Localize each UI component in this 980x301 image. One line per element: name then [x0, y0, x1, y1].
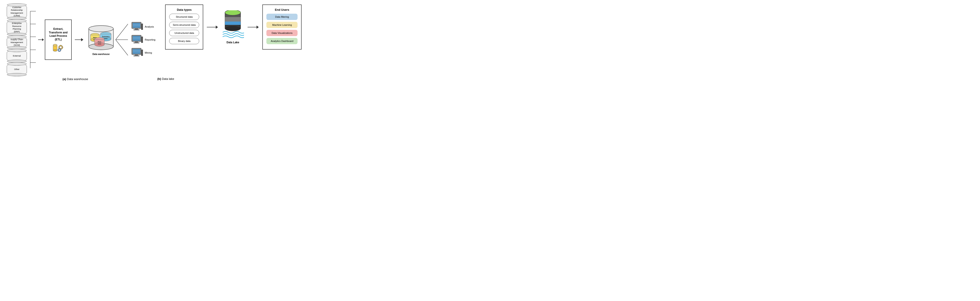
dw-label: Data warehouse — [92, 53, 110, 55]
svg-text:Raw: Raw — [98, 41, 101, 43]
data-type-binary: Binary data — [169, 38, 199, 44]
svg-rect-58 — [141, 50, 143, 56]
output-analysis-label: Analysis — [145, 26, 154, 28]
source-scm-label: Supply Chain Management (SCM) — [11, 38, 23, 46]
output-mining-label: Mining — [145, 51, 152, 54]
svg-rect-13 — [59, 46, 59, 48]
source-scm: Supply Chain Management (SCM) — [7, 37, 27, 48]
diagram-a-content: Customer Relationship Management (CRM) E… — [7, 5, 156, 75]
source-connectors — [29, 5, 36, 74]
svg-point-7 — [53, 44, 57, 46]
source-crm: Customer Relationship Management (CRM) — [7, 5, 27, 19]
svg-rect-14 — [62, 46, 63, 48]
computer-icon-reporting — [131, 35, 143, 45]
caption-b: (b) Data lake — [148, 77, 307, 80]
diagram-a: Customer Relationship Management (CRM) E… — [7, 5, 156, 75]
svg-point-16 — [59, 49, 60, 51]
captions-row: (a) Data warehouse (b) Data lake — [7, 77, 307, 81]
caption-a: (a) Data warehouse — [7, 77, 144, 81]
svg-rect-49 — [135, 42, 138, 42]
svg-point-18 — [89, 26, 113, 32]
svg-rect-50 — [134, 42, 139, 43]
svg-text:Summary: Summary — [102, 35, 110, 37]
etl-dw-arrow — [75, 38, 83, 41]
data-type-semi: Semi-structured data — [169, 22, 199, 28]
svg-line-37 — [116, 40, 128, 55]
sources-column: Customer Relationship Management (CRM) E… — [7, 5, 27, 75]
svg-point-10 — [60, 46, 62, 48]
source-crm-label: Customer Relationship Management (CRM) — [11, 6, 23, 17]
diagram-b-content: Data types Structured data Semi-structur… — [165, 5, 302, 50]
data-lake-label: Data Lake — [226, 41, 239, 44]
end-user-filtering: Data filtering — [266, 14, 298, 20]
svg-rect-44 — [141, 24, 143, 30]
data-types-box: Data types Structured data Semi-structur… — [165, 5, 203, 50]
computer-icon-analysis — [131, 22, 143, 32]
data-lake-svg — [221, 10, 244, 40]
dw-area: Meta data Summary data R — [86, 24, 116, 55]
output-fan: Analysis — [131, 22, 156, 58]
main-container: Customer Relationship Management (CRM) E… — [0, 0, 314, 88]
computer-icon-mining — [131, 48, 143, 58]
data-type-unstructured: Unstructured data — [169, 30, 199, 36]
svg-rect-61 — [225, 17, 241, 22]
etl-area: Extract, Transform and Load Process (ETL… — [38, 19, 72, 60]
source-erp-label: Enterprise Resource Planning (ERP) — [12, 22, 22, 33]
source-external: External — [7, 50, 27, 62]
svg-line-35 — [116, 24, 128, 40]
source-external-label: External — [13, 54, 21, 57]
output-mining: Mining — [131, 48, 156, 58]
dt-dl-arrow — [207, 26, 218, 29]
source-other-label: Other — [14, 68, 19, 70]
output-analysis: Analysis — [131, 22, 156, 32]
svg-point-8 — [53, 50, 57, 51]
etl-arrow — [38, 38, 44, 41]
dl-eu-arrow — [248, 26, 259, 29]
end-users-box: End Users Data filtering Machine Learnin… — [262, 5, 302, 50]
output-reporting-label: Reporting — [145, 38, 156, 41]
svg-text:data: data — [98, 43, 101, 45]
etl-icons — [52, 43, 64, 52]
data-type-structured: Structured data — [169, 14, 199, 20]
svg-point-60 — [225, 10, 241, 15]
end-user-ml: Machine Learning — [266, 22, 298, 28]
dw-outputs: Meta data Summary data R — [86, 17, 156, 62]
end-user-dashboard: Analytics Dashboard — [266, 38, 298, 44]
etl-title: Extract, Transform and Load Process (ETL… — [49, 27, 67, 41]
svg-rect-62 — [225, 22, 241, 25]
data-lake-area: Data Lake — [221, 10, 244, 44]
svg-rect-57 — [134, 55, 139, 56]
caption-b-text: (b) Data lake — [157, 77, 174, 80]
svg-rect-51 — [141, 37, 143, 43]
etl-icon-svg — [52, 43, 64, 52]
svg-rect-43 — [134, 29, 139, 30]
etl-box: Extract, Transform and Load Process (ETL… — [45, 19, 72, 60]
svg-point-64 — [225, 26, 241, 31]
end-users-title: End Users — [266, 8, 298, 11]
output-reporting: Reporting — [131, 35, 156, 45]
caption-a-text: (a) Data warehouse — [62, 77, 88, 81]
svg-rect-11 — [60, 45, 61, 46]
diagrams-row: Customer Relationship Management (CRM) E… — [7, 5, 307, 75]
fan-lines-svg — [116, 17, 129, 62]
svg-text:data: data — [104, 37, 108, 40]
output-area: Analysis — [116, 17, 156, 62]
source-erp: Enterprise Resource Planning (ERP) — [7, 21, 27, 35]
svg-rect-42 — [135, 29, 138, 29]
end-user-viz: Data Visualizations — [266, 30, 298, 36]
svg-rect-53 — [133, 49, 140, 54]
svg-rect-46 — [133, 36, 140, 41]
data-types-title: Data types — [169, 8, 199, 11]
diagram-b: Data types Structured data Semi-structur… — [160, 5, 307, 50]
source-other: Other — [7, 64, 27, 75]
svg-rect-56 — [135, 54, 138, 55]
svg-rect-39 — [133, 23, 140, 28]
dw-cylinder-svg: Meta data Summary data R — [86, 24, 116, 51]
